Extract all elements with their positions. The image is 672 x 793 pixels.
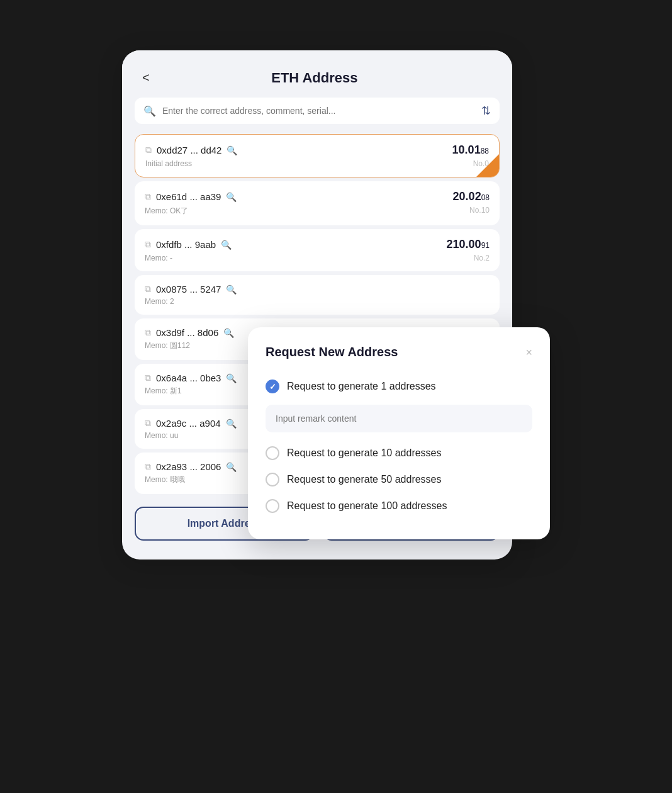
amount: 210.0091 [447, 238, 490, 251]
search-input[interactable] [162, 106, 475, 116]
modal-options: Request to generate 1 addressesRequest t… [266, 373, 532, 519]
address-hash: 0x6a4a ... 0be3 [156, 373, 221, 383]
address-item[interactable]: ⧉ 0xdd27 ... dd42 🔍 10.0188 Initial addr… [135, 134, 500, 177]
address-item[interactable]: ⧉ 0x0875 ... 5247 🔍 Memo: 2 [135, 275, 500, 315]
filter-icon[interactable]: ⇅ [481, 104, 491, 118]
memo-text: Memo: uu [145, 431, 178, 440]
close-icon[interactable]: × [525, 347, 532, 358]
memo-text: Initial address [145, 159, 192, 168]
address-hash: 0x3d9f ... 8d06 [156, 327, 218, 338]
memo-text: Memo: OK了 [145, 206, 188, 217]
modal-option[interactable]: Request to generate 50 addresses [266, 466, 532, 493]
address-search-icon[interactable]: 🔍 [223, 328, 234, 338]
back-button[interactable]: < [137, 68, 155, 87]
radio-button[interactable] [266, 446, 279, 460]
memo-text: Memo: 2 [145, 297, 174, 306]
option-label: Request to generate 50 addresses [287, 474, 442, 485]
option-label: Request to generate 1 addresses [287, 381, 436, 392]
address-search-icon[interactable]: 🔍 [226, 192, 237, 202]
radio-button[interactable] [266, 473, 279, 486]
address-search-icon[interactable]: 🔍 [227, 145, 237, 155]
option-label: Request to generate 10 addresses [287, 447, 442, 459]
amount: 20.0208 [453, 190, 490, 203]
copy-icon[interactable]: ⧉ [145, 191, 151, 202]
modal-option[interactable]: Request to generate 100 addresses [266, 493, 532, 519]
address-hash: 0xdd27 ... dd42 [157, 145, 221, 155]
header: < ETH Address [122, 50, 512, 98]
copy-icon[interactable]: ⧉ [145, 418, 151, 429]
copy-icon[interactable]: ⧉ [145, 239, 151, 250]
memo-text: Memo: - [145, 254, 172, 262]
address-hash: 0x0875 ... 5247 [156, 284, 221, 295]
address-search-icon[interactable]: 🔍 [226, 373, 237, 383]
address-hash: 0xe61d ... aa39 [156, 191, 221, 202]
memo-text: Memo: 圆112 [145, 340, 190, 351]
copy-icon[interactable]: ⧉ [145, 284, 151, 295]
address-hash: 0xfdfb ... 9aab [156, 239, 216, 250]
modal-card: Request New Address × Request to generat… [248, 327, 550, 539]
option-label: Request to generate 100 addresses [287, 500, 447, 512]
remark-input[interactable] [266, 405, 532, 432]
address-search-icon[interactable]: 🔍 [226, 284, 237, 295]
active-corner [476, 154, 499, 177]
address-search-icon[interactable]: 🔍 [221, 240, 232, 250]
address-hash: 0x2a93 ... 2006 [156, 461, 221, 472]
modal-option[interactable]: Request to generate 1 addresses [266, 373, 532, 400]
address-hash: 0x2a9c ... a904 [156, 418, 221, 429]
copy-icon[interactable]: ⧉ [145, 145, 152, 155]
modal-title: Request New Address [266, 345, 398, 359]
no-badge: No.10 [469, 206, 490, 217]
no-badge: No.2 [474, 254, 490, 262]
memo-text: Memo: 新1 [145, 386, 182, 396]
copy-icon[interactable]: ⧉ [145, 461, 151, 472]
search-icon: 🔍 [143, 105, 156, 117]
copy-icon[interactable]: ⧉ [145, 373, 151, 383]
radio-button[interactable] [266, 380, 279, 393]
address-search-icon[interactable]: 🔍 [226, 462, 237, 472]
copy-icon[interactable]: ⧉ [145, 327, 151, 338]
memo-text: Memo: 哦哦 [145, 475, 185, 485]
address-item[interactable]: ⧉ 0xfdfb ... 9aab 🔍 210.0091 Memo: - No.… [135, 229, 500, 271]
modal-option[interactable]: Request to generate 10 addresses [266, 440, 532, 466]
modal-header: Request New Address × [266, 345, 532, 359]
radio-button[interactable] [266, 499, 279, 513]
address-search-icon[interactable]: 🔍 [226, 419, 237, 429]
page-title: ETH Address [155, 70, 474, 86]
search-bar: 🔍 ⇅ [135, 98, 500, 124]
address-item[interactable]: ⧉ 0xe61d ... aa39 🔍 20.0208 Memo: OK了 No… [135, 181, 500, 225]
